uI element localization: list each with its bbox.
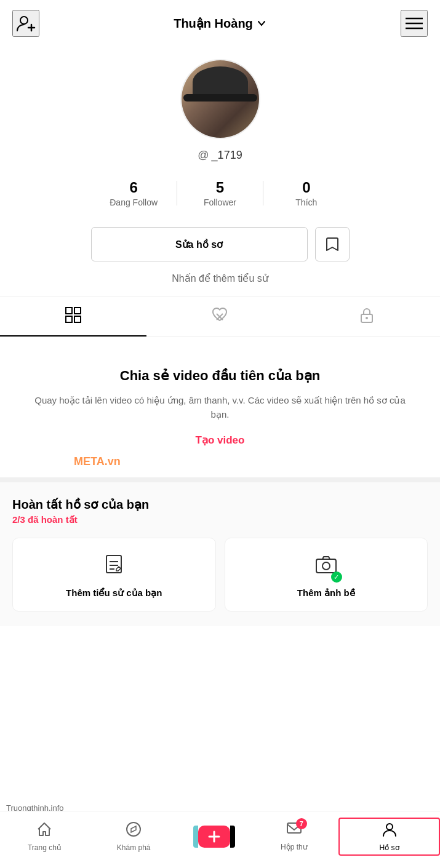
at-sign: @ [198,149,209,162]
svg-rect-18 [316,559,336,573]
progress-label: đã hoàn tất [28,514,78,525]
likes-label: Thích [295,197,317,207]
tab-videos[interactable] [0,297,146,336]
profile-section: @ _1719 6 Đang Follow 5 Follower 0 Thích… [0,47,440,297]
inbox-wrapper: 7 [286,822,302,840]
inbox-badge: 7 [296,818,307,829]
tabs-section [0,297,440,337]
menu-button[interactable] [401,10,428,37]
top-navigation: Thuận Hoàng [0,0,440,47]
follower-stat[interactable]: 5 Follower [177,174,263,212]
compass-icon [126,821,142,841]
following-label: Đang Follow [110,197,158,207]
svg-point-13 [366,317,368,319]
svg-point-20 [127,822,140,836]
follower-label: Follower [204,197,236,207]
nav-home[interactable]: Trang chủ [0,821,89,852]
complete-cards: Thêm tiểu sử của bạn ✓ Thêm ảnh bề [12,538,428,611]
edit-document-icon [103,553,125,580]
svg-point-25 [386,824,393,830]
handle-text: _1719 [212,149,242,162]
tab-liked[interactable] [146,298,293,336]
svg-point-0 [20,17,28,24]
avatar[interactable] [180,59,260,139]
bookmark-button[interactable] [315,227,350,261]
add-photo-card[interactable]: ✓ Thêm ảnh bề [225,538,428,611]
heart-outline-icon [212,308,228,326]
home-label: Trang chủ [28,843,62,852]
discover-label: Khám phá [117,843,151,852]
following-stat[interactable]: 6 Đang Follow [91,174,177,212]
nav-inbox[interactable]: 7 Hộp thư [249,822,338,851]
lock-icon [360,307,374,327]
complete-profile-title: Hoàn tất hồ sơ của bạn [12,497,428,512]
empty-state: Chia sẻ video đầu tiên của bạn Quay hoặc… [0,337,440,477]
edit-profile-button[interactable]: Sửa hồ sơ [91,227,308,261]
svg-point-19 [322,562,330,570]
action-buttons: Sửa hồ sơ [91,227,350,261]
add-bio-card[interactable]: Thêm tiểu sử của bạn [12,538,216,611]
check-badge: ✓ [331,571,342,583]
inbox-label: Hộp thư [281,843,308,851]
bookmark-icon [326,237,339,252]
progress-fraction: 2/3 [12,514,25,525]
complete-progress: 2/3 đã hoàn tất [12,514,428,525]
home-icon [36,821,52,841]
empty-desc: Quay hoặc tải lên video có hiệu ứng, âm … [25,394,415,421]
stats-row: 6 Đang Follow 5 Follower 0 Thích [91,174,350,212]
bottom-navigation: Trang chủ Khám phá 7 [0,811,440,868]
username-text: Thuận Hoàng [174,16,253,31]
svg-rect-9 [74,316,81,322]
nav-discover[interactable]: Khám phá [89,821,178,852]
chevron-down-icon [257,18,266,28]
follower-count: 5 [216,179,224,196]
username-dropdown[interactable]: Thuận Hoàng [174,16,266,31]
tabs-row [0,297,440,336]
tab-private[interactable] [294,297,440,336]
hamburger-icon [406,17,423,30]
following-count: 6 [129,179,137,196]
add-photo-label: Thêm ảnh bề [297,587,355,599]
nav-create[interactable] [178,826,250,848]
likes-count: 0 [302,179,310,196]
camera-icon: ✓ [315,553,337,580]
profile-label: Hồ sơ [380,843,399,852]
grid-icon [65,307,81,327]
likes-stat[interactable]: 0 Thích [263,174,349,212]
add-bio-label: Thêm tiểu sử của bạn [66,587,162,599]
create-button[interactable] [198,826,230,848]
svg-rect-7 [74,308,81,314]
plus-icon [207,829,222,844]
svg-rect-8 [66,316,72,322]
nav-profile[interactable]: Hồ sơ [338,818,440,856]
profile-icon [382,821,398,841]
svg-rect-6 [66,308,72,314]
svg-marker-21 [131,826,136,832]
complete-profile-section: Hoàn tất hồ sơ của bạn 2/3 đã hoàn tất T… [0,477,440,626]
create-video-link[interactable]: Tạo video [196,434,245,446]
bio-hint[interactable]: Nhấn để thêm tiểu sử [172,273,268,284]
empty-title: Chia sẻ video đầu tiên của bạn [25,368,415,384]
add-user-button[interactable] [12,10,39,37]
username-handle: @ _1719 [198,149,242,162]
